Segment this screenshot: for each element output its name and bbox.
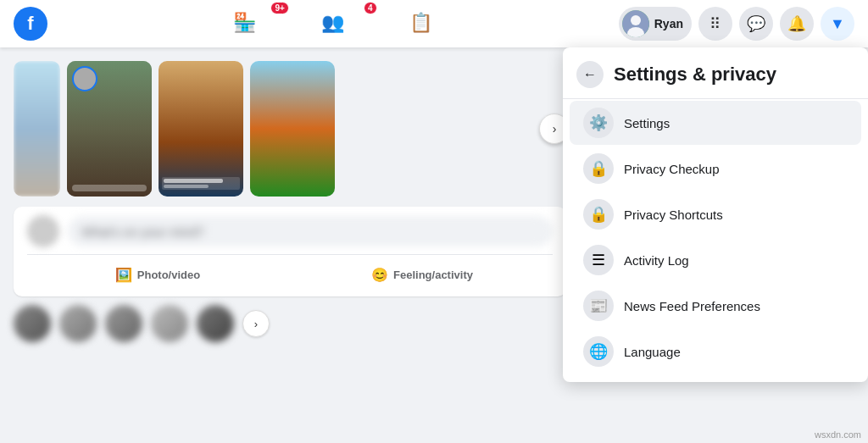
settings-menu-item[interactable]: ⚙️ Settings <box>570 101 861 145</box>
privacy-shortcuts-icon-circle: 🔒 <box>583 199 614 230</box>
language-label: Language <box>624 345 681 359</box>
nav-right-section: Ryan ⠿ 💬 🔔 ▼ <box>619 7 854 41</box>
notifications-button[interactable]: 🔔 <box>780 7 814 41</box>
stories-row <box>14 61 566 197</box>
story-card-4[interactable] <box>250 61 335 197</box>
svg-point-1 <box>631 15 641 25</box>
settings-privacy-dropdown: ← Settings & privacy ⚙️ Settings 🔒 Priva… <box>563 47 868 382</box>
news-feed-menu-item[interactable]: 📰 News Feed Preferences <box>570 284 861 328</box>
bell-icon: 🔔 <box>787 14 806 33</box>
person-avatar-3[interactable] <box>105 305 142 342</box>
people-you-may-know: › <box>14 305 566 342</box>
feed-area: › What's on your mind? 🖼️ Photo/video 😊 <box>0 47 580 443</box>
chevron-right-icon-people: › <box>254 318 258 330</box>
language-icon-circle: 🌐 <box>583 336 614 367</box>
list-icon: ☰ <box>592 251 605 269</box>
back-arrow-icon: ← <box>583 67 597 82</box>
dropdown-header: ← Settings & privacy <box>563 47 868 99</box>
feed-icon: 📋 <box>409 12 432 34</box>
activity-log-menu-item[interactable]: ☰ Activity Log <box>570 238 861 282</box>
privacy-checkup-menu-item[interactable]: 🔒 Privacy Checkup <box>570 147 861 191</box>
lock-shortcuts-icon: 🔒 <box>589 205 608 224</box>
account-menu-button[interactable]: ▼ <box>821 7 854 41</box>
news-feed-icon-circle: 📰 <box>583 291 614 321</box>
privacy-shortcuts-menu-item[interactable]: 🔒 Privacy Shortcuts <box>570 192 861 236</box>
post-placeholder-text: What's on your mind? <box>81 224 204 239</box>
person-avatar-1[interactable] <box>14 305 51 342</box>
store-icon: 🏪 <box>233 12 256 34</box>
person-avatar-5[interactable] <box>197 305 234 342</box>
dropdown-menu: ⚙️ Settings 🔒 Privacy Checkup 🔒 Privacy … <box>563 101 868 374</box>
feed-tab[interactable]: 📋 <box>379 3 464 44</box>
photo-video-button[interactable]: 🖼️ Photo/video <box>27 262 288 288</box>
user-profile-button[interactable]: Ryan <box>619 7 692 41</box>
lock-checkup-icon: 🔒 <box>589 159 608 178</box>
store-badge: 9+ <box>270 2 288 14</box>
photo-icon: 🖼️ <box>115 267 132 283</box>
facebook-logo: f <box>14 7 47 41</box>
top-navigation: f 🏪 9+ 👥 4 📋 Ryan <box>0 0 868 47</box>
friends-icon: 👥 <box>321 12 344 34</box>
chevron-down-icon: ▼ <box>830 15 845 33</box>
user-avatar <box>622 10 649 37</box>
feeling-label: Feeling/activity <box>393 269 473 281</box>
messenger-button[interactable]: 💬 <box>739 7 773 41</box>
apps-button[interactable]: ⠿ <box>698 7 732 41</box>
story-card-partial[interactable] <box>14 61 60 197</box>
nav-left-section: f <box>14 7 47 41</box>
privacy-shortcuts-label: Privacy Shortcuts <box>624 208 723 222</box>
chevron-right-icon: › <box>553 122 557 136</box>
post-box: What's on your mind? 🖼️ Photo/video 😊 Fe… <box>14 207 566 296</box>
friends-badge: 4 <box>364 2 377 14</box>
emoji-icon: 😊 <box>371 267 388 283</box>
feeling-activity-button[interactable]: 😊 Feeling/activity <box>292 262 553 288</box>
post-input-row: What's on your mind? <box>27 215 553 247</box>
person-avatar-4[interactable] <box>151 305 188 342</box>
newspaper-icon: 📰 <box>589 296 608 315</box>
friends-tab[interactable]: 👥 4 <box>291 3 376 44</box>
messenger-icon: 💬 <box>747 14 765 33</box>
story-card-2[interactable] <box>67 61 152 197</box>
activity-log-label: Activity Log <box>624 253 689 268</box>
settings-icon-circle: ⚙️ <box>583 108 614 138</box>
news-feed-label: News Feed Preferences <box>624 299 760 313</box>
privacy-checkup-icon-circle: 🔒 <box>583 153 614 184</box>
grid-icon: ⠿ <box>709 14 721 33</box>
privacy-checkup-label: Privacy Checkup <box>624 162 720 176</box>
story-card-3[interactable] <box>159 61 243 197</box>
user-name-label: Ryan <box>654 17 683 30</box>
nav-center-tabs: 🏪 9+ 👥 4 📋 <box>203 3 464 44</box>
post-avatar <box>27 215 59 247</box>
post-input-placeholder[interactable]: What's on your mind? <box>68 216 553 246</box>
post-actions-row: 🖼️ Photo/video 😊 Feeling/activity <box>27 254 553 288</box>
watermark: wsxdn.com <box>815 429 861 440</box>
store-tab[interactable]: 🏪 9+ <box>203 3 287 44</box>
activity-log-icon-circle: ☰ <box>583 245 614 275</box>
stories-section: › <box>14 61 566 197</box>
person-avatar-2[interactable] <box>59 305 97 342</box>
people-next-button[interactable]: › <box>242 310 270 337</box>
language-menu-item[interactable]: 🌐 Language <box>570 329 861 374</box>
photo-label: Photo/video <box>137 269 200 281</box>
gear-icon: ⚙️ <box>589 114 608 132</box>
main-content: › What's on your mind? 🖼️ Photo/video 😊 <box>0 47 868 443</box>
back-button[interactable]: ← <box>576 61 604 88</box>
globe-icon: 🌐 <box>589 342 608 361</box>
settings-label: Settings <box>624 116 670 130</box>
dropdown-title: Settings & privacy <box>614 64 776 86</box>
